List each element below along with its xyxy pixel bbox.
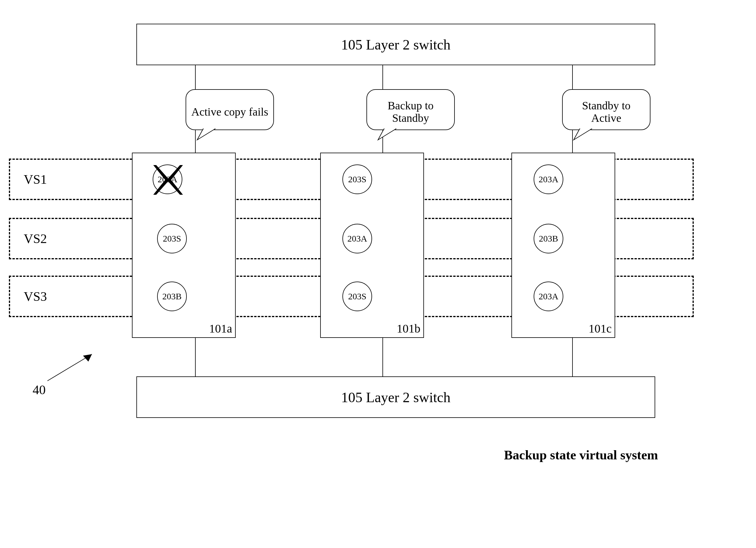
node-b-vs1: 203S: [342, 165, 372, 194]
figure-ref-arrow: [39, 348, 104, 384]
top-switch-label: 105 Layer 2 switch: [341, 36, 450, 53]
node-a-vs1: 203A: [153, 165, 182, 194]
node-c-vs1: 203A: [534, 165, 563, 194]
figure-ref-number: 40: [33, 382, 46, 397]
node-b-vs2-label: 203A: [347, 234, 367, 244]
figure-caption: Backup state virtual system: [504, 447, 658, 463]
svg-marker-4: [83, 354, 92, 361]
node-a-vs3: 203B: [157, 281, 187, 311]
node-b-vs1-label: 203S: [348, 174, 366, 184]
node-a-vs2: 203S: [157, 224, 187, 254]
node-a-vs1-label: 203A: [158, 174, 178, 184]
bubble-b-text: Backup to Standby: [366, 89, 455, 141]
connector-bottom-b: [382, 338, 383, 376]
bubble-backup-to-standby: Backup to Standby: [366, 89, 455, 141]
bottom-switch-label: 105 Layer 2 switch: [341, 389, 450, 405]
bottom-switch-box: 105 Layer 2 switch: [136, 376, 655, 418]
arrow-icon: [39, 348, 104, 384]
connector-bottom-a: [195, 338, 196, 376]
node-c-vs1-label: 203A: [539, 174, 559, 184]
vs2-label: VS2: [24, 231, 47, 246]
host-b-box: 101b: [320, 153, 424, 338]
vs3-label: VS3: [24, 289, 47, 304]
node-c-vs3: 203A: [534, 281, 563, 311]
connector-bottom-c: [572, 338, 573, 376]
vs1-label: VS1: [24, 172, 47, 187]
bubble-standby-to-active: Standby to Active: [562, 89, 651, 141]
host-a-label: 101a: [209, 321, 232, 335]
bubble-active-copy-fails: Active copy fails: [185, 89, 274, 141]
node-b-vs3-label: 203S: [348, 291, 366, 301]
node-c-vs2: 203B: [534, 224, 563, 254]
node-b-vs2: 203A: [342, 224, 372, 254]
node-b-vs3: 203S: [342, 281, 372, 311]
bubble-c-text: Standby to Active: [562, 89, 651, 141]
node-c-vs2-label: 203B: [539, 234, 558, 244]
host-b-label: 101b: [397, 321, 420, 335]
node-a-vs2-label: 203S: [163, 234, 181, 244]
bubble-a-text: Active copy fails: [185, 89, 274, 141]
host-c-label: 101c: [588, 321, 612, 335]
node-a-vs3-label: 203B: [162, 291, 181, 301]
node-c-vs3-label: 203A: [539, 291, 559, 301]
svg-line-3: [47, 354, 92, 381]
top-switch-box: 105 Layer 2 switch: [136, 24, 655, 65]
diagram-canvas: 105 Layer 2 switch Active copy fails Bac…: [0, 0, 756, 548]
host-c-box: 101c: [511, 153, 615, 338]
